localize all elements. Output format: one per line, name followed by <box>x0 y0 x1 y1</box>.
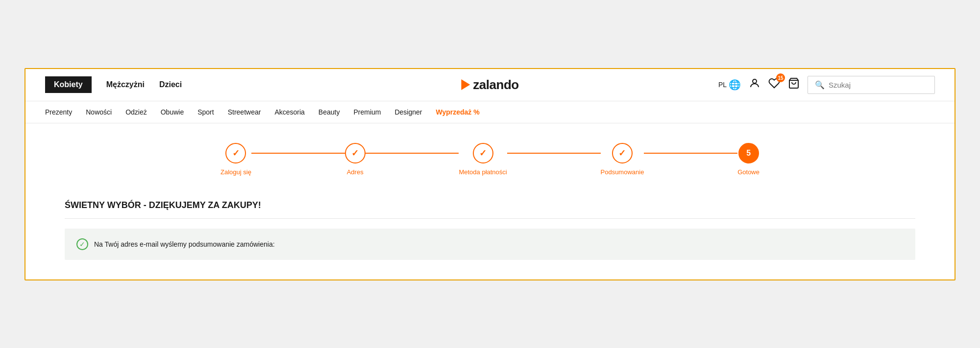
nav-bar: Prezenty Nowości Odzież Obuwie Sport Str… <box>25 101 955 123</box>
search-box[interactable]: 🔍 <box>808 76 935 94</box>
step-line-4-5 <box>644 153 737 154</box>
step-5-label: Gotowe <box>737 168 760 176</box>
header-left: Kobiety Mężczyżni Dzieci <box>45 76 182 93</box>
cart-icon[interactable] <box>788 77 800 92</box>
nav-item-beauty[interactable]: Beauty <box>318 101 340 123</box>
check-circle-icon: ✓ <box>76 238 88 250</box>
kobiety-button[interactable]: Kobiety <box>45 76 92 93</box>
nav-item-obuwie[interactable]: Obuwie <box>161 101 184 123</box>
language-selector[interactable]: PL 🌐 <box>718 79 741 91</box>
nav-item-akcesoria[interactable]: Akcesoria <box>274 101 304 123</box>
step-4-circle: ✓ <box>612 143 633 163</box>
step-4: ✓ Podsumowanie <box>601 143 644 176</box>
success-title: ŚWIETNY WYBÓR - DZIĘKUJEMY ZA ZAKUPY! <box>65 200 915 219</box>
search-input[interactable] <box>829 81 928 89</box>
step-2: ✓ Adres <box>345 143 366 176</box>
globe-icon: 🌐 <box>729 79 741 91</box>
nav-item-prezenty[interactable]: Prezenty <box>45 101 72 123</box>
progress-section: ✓ Zaloguj się ✓ Adres ✓ Metoda płatności… <box>25 123 955 190</box>
step-1: ✓ Zaloguj się <box>220 143 251 176</box>
step-3-circle: ✓ <box>473 143 493 163</box>
step-3: ✓ Metoda płatności <box>459 143 507 176</box>
header: Kobiety Mężczyżni Dzieci zalando PL 🌐 <box>25 69 955 101</box>
logo-triangle-icon <box>461 79 470 90</box>
steps-container: ✓ Zaloguj się ✓ Adres ✓ Metoda płatności… <box>220 143 760 176</box>
header-right: PL 🌐 15 <box>718 76 935 94</box>
nav-item-streetwear[interactable]: Streetwear <box>228 101 261 123</box>
step-3-label: Metoda płatności <box>459 168 507 176</box>
step-line-3-4 <box>507 153 601 154</box>
account-icon[interactable] <box>749 77 760 92</box>
wishlist-icon[interactable]: 15 <box>768 77 780 92</box>
step-5: 5 Gotowe <box>737 143 760 176</box>
nav-item-wyprzedaz[interactable]: Wyprzedaż % <box>436 101 479 123</box>
nav-item-premium[interactable]: Premium <box>353 101 381 123</box>
lang-label: PL <box>718 81 727 89</box>
email-text: Na Twój adres e-mail wyślemy podsumowani… <box>94 240 275 248</box>
email-notification: ✓ Na Twój adres e-mail wyślemy podsumowa… <box>65 229 915 260</box>
step-2-circle: ✓ <box>345 143 366 163</box>
step-1-label: Zaloguj się <box>220 168 251 176</box>
nav-item-designer[interactable]: Designer <box>394 101 422 123</box>
dzieci-button[interactable]: Dzieci <box>159 80 182 89</box>
logo[interactable]: zalando <box>461 77 518 93</box>
step-2-label: Adres <box>347 168 364 176</box>
step-1-circle: ✓ <box>225 143 246 163</box>
step-4-label: Podsumowanie <box>601 168 644 176</box>
mezczyzni-button[interactable]: Mężczyżni <box>106 80 145 89</box>
content-section: ŚWIETNY WYBÓR - DZIĘKUJEMY ZA ZAKUPY! ✓ … <box>25 190 955 279</box>
page-container: Kobiety Mężczyżni Dzieci zalando PL 🌐 <box>24 68 956 280</box>
wishlist-badge: 15 <box>776 73 785 82</box>
search-icon: 🔍 <box>815 80 825 90</box>
step-5-circle: 5 <box>738 143 759 163</box>
nav-item-nowosci[interactable]: Nowości <box>86 101 112 123</box>
step-line-1-2 <box>251 153 345 154</box>
svg-point-0 <box>753 79 757 83</box>
step-line-2-3 <box>366 153 459 154</box>
logo-text: zalando <box>473 77 518 93</box>
nav-item-odziez[interactable]: Odzież <box>125 101 147 123</box>
nav-item-sport[interactable]: Sport <box>197 101 214 123</box>
